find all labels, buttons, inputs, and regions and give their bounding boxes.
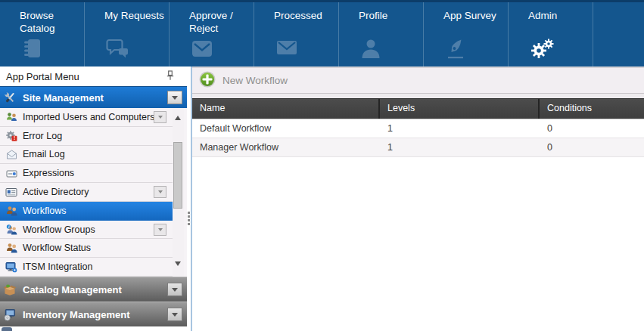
sidebar-item-label: Expressions <box>23 168 74 178</box>
sidebar-item-label: Active Directory <box>23 187 89 197</box>
nav-tab-approve-reject[interactable]: Approve / Reject <box>170 0 254 67</box>
sidebar-group-site-management[interactable]: Site Management <box>0 86 187 108</box>
table-header: Name Levels Conditions <box>192 98 644 119</box>
expression-box-icon <box>5 167 18 179</box>
sidebar-item-error-log[interactable]: ! Error Log <box>0 127 173 146</box>
main-content: New Workflow Name Levels Conditions Defa… <box>192 67 644 331</box>
table-row-default-workflow[interactable]: Default Workflow 1 0 <box>192 119 644 138</box>
sidebar-item-label: Workflows <box>23 206 66 216</box>
pin-icon[interactable] <box>166 70 174 83</box>
sidebar-item-workflow-groups[interactable]: i Workflow Groups <box>0 221 173 240</box>
group-dropdown-button[interactable] <box>167 308 182 321</box>
sidebar-scrollbar[interactable] <box>173 108 184 277</box>
nav-tab-label: App Survey <box>443 9 507 22</box>
top-nav: Browse Catalog My Requests Approve / Rej… <box>0 0 644 67</box>
app-portal-window: Browse Catalog My Requests Approve / Rej… <box>0 0 644 331</box>
sidebar-item-label: Workflow Groups <box>23 224 95 235</box>
sidebar-item-email-log[interactable]: Email Log <box>0 146 173 165</box>
chat-bubbles-icon <box>106 38 130 62</box>
sidebar-item-label: Error Log <box>23 131 62 141</box>
cell-name: Manager Workflow <box>192 138 380 156</box>
sidebar-group-catalog-management[interactable]: Catalog Management <box>0 277 187 302</box>
nav-tab-processed[interactable]: Processed <box>254 0 339 67</box>
next-group-peek-icon <box>2 327 12 331</box>
nav-tab-label: My Requests <box>104 9 168 22</box>
scroll-down-arrow[interactable] <box>175 261 181 266</box>
sidebar-item-label: Imported Users and Computers <box>23 112 154 122</box>
package-icon <box>3 283 17 295</box>
id-card-icon <box>5 186 18 198</box>
nav-tab-admin[interactable]: Admin <box>509 0 593 67</box>
people-icon <box>5 205 18 217</box>
svg-text:!: ! <box>14 136 15 141</box>
group-label: Inventory Management <box>23 309 130 320</box>
sidebar-item-imported-users-and-computers[interactable]: Imported Users and Computers <box>0 108 173 127</box>
column-header-name[interactable]: Name <box>192 99 380 119</box>
sidebar-item-list: Imported Users and Computers ! Error Log… <box>0 108 187 277</box>
nav-tab-label: Browse Catalog <box>20 9 83 35</box>
table-row-manager-workflow[interactable]: Manager Workflow 1 0 <box>192 138 644 157</box>
people-info-icon: i <box>5 224 18 236</box>
monitor-gear-icon <box>5 261 18 273</box>
sidebar-item-expressions[interactable]: Expressions <box>0 164 173 183</box>
column-header-levels[interactable]: Levels <box>380 99 540 119</box>
cell-levels: 1 <box>380 119 540 138</box>
tools-icon <box>3 91 17 104</box>
nav-tab-label: Processed <box>274 9 338 22</box>
group-label: Site Management <box>23 92 104 104</box>
column-header-conditions[interactable]: Conditions <box>540 99 644 119</box>
sidebar-item-itsm-integration[interactable]: ITSM Integration <box>0 258 173 277</box>
cell-conditions: 0 <box>540 119 644 138</box>
content-toolbar: New Workflow <box>192 68 644 94</box>
nav-spacer <box>593 0 644 67</box>
scrollbar-thumb[interactable] <box>173 142 182 209</box>
sidebar-item-label: Email Log <box>23 149 65 159</box>
users-computers-icon <box>5 111 18 123</box>
item-dropdown-button[interactable] <box>154 224 166 236</box>
sidebar-item-label: ITSM Integration <box>23 261 92 272</box>
sidebar-group-inventory-management[interactable]: Inventory Management <box>0 302 187 326</box>
cell-conditions: 0 <box>540 138 644 156</box>
nav-tab-profile[interactable]: Profile <box>339 0 424 67</box>
sidebar-item-label: Workflow Status <box>23 243 91 253</box>
sidebar-item-workflows[interactable]: Workflows <box>0 202 173 221</box>
scroll-up-arrow[interactable] <box>175 116 181 120</box>
error-gear-icon: ! <box>5 130 18 142</box>
group-dropdown-button[interactable] <box>167 91 182 104</box>
person-icon <box>360 38 381 62</box>
envelope-icon <box>275 38 298 60</box>
item-dropdown-button[interactable] <box>154 186 166 198</box>
envelope-seal-icon <box>191 38 213 62</box>
nav-tab-browse-catalog[interactable]: Browse Catalog <box>0 0 85 67</box>
nav-tab-label: Admin <box>528 9 592 22</box>
pen-nib-icon <box>445 38 466 62</box>
new-workflow-button[interactable]: New Workflow <box>199 71 288 90</box>
people-status-icon <box>5 242 18 254</box>
nav-tab-label: Approve / Reject <box>189 9 253 35</box>
notebook-icon <box>21 38 44 62</box>
email-icon <box>5 148 18 160</box>
sidebar-title: App Portal Menu <box>6 71 79 82</box>
item-dropdown-button[interactable] <box>154 111 166 123</box>
gears-icon <box>530 38 555 63</box>
new-workflow-label: New Workflow <box>222 75 288 86</box>
group-label: Catalog Management <box>23 284 122 295</box>
nav-tab-label: Profile <box>359 9 422 22</box>
sidebar-title-bar: App Portal Menu <box>0 67 191 86</box>
cell-name: Default Workflow <box>192 119 380 138</box>
sidebar-item-active-directory[interactable]: Active Directory <box>0 183 173 202</box>
cell-levels: 1 <box>380 138 540 156</box>
computer-disc-icon <box>3 308 17 320</box>
group-dropdown-button[interactable] <box>167 283 182 296</box>
add-icon <box>199 71 216 90</box>
nav-tab-my-requests[interactable]: My Requests <box>85 0 170 67</box>
sidebar-item-workflow-status[interactable]: Workflow Status <box>0 239 173 258</box>
sidebar: App Portal Menu Site Management Imported… <box>0 67 191 331</box>
nav-tab-app-survey[interactable]: App Survey <box>424 0 509 67</box>
